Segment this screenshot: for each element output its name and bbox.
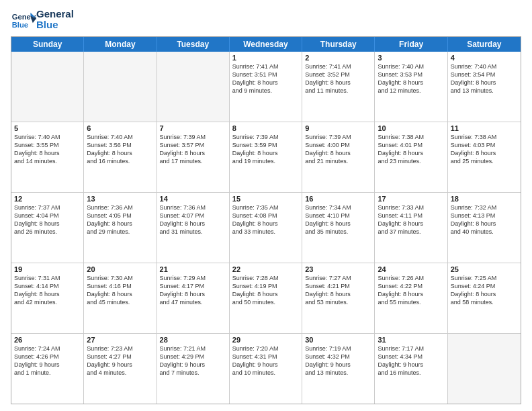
day-cell-7: 7Sunrise: 7:39 AMSunset: 3:57 PMDaylight…: [157, 122, 230, 192]
day-cell-23: 23Sunrise: 7:27 AMSunset: 4:21 PMDayligh…: [302, 263, 375, 333]
day-number: 30: [305, 336, 371, 344]
logo: General Blue General Blue: [11, 7, 74, 32]
calendar-row-1: 5Sunrise: 7:40 AMSunset: 3:55 PMDaylight…: [11, 122, 521, 193]
day-info: and 47 minutes.: [160, 298, 226, 306]
day-cell-2: 2Sunrise: 7:41 AMSunset: 3:52 PMDaylight…: [302, 52, 375, 122]
day-info: Sunrise: 7:23 AM: [87, 345, 153, 353]
page: General Blue General Blue Sunday Monday …: [0, 0, 532, 411]
day-info: and 7 minutes.: [160, 369, 226, 377]
day-info: Sunset: 4:10 PM: [305, 212, 371, 220]
calendar: Sunday Monday Tuesday Wednesday Thursday…: [11, 36, 521, 404]
day-info: Sunrise: 7:41 AM: [305, 62, 371, 71]
day-info: Sunset: 4:08 PM: [232, 212, 299, 220]
day-info: Sunrise: 7:41 AM: [232, 62, 299, 71]
day-info: and 25 minutes.: [451, 157, 518, 165]
day-cell-5: 5Sunrise: 7:40 AMSunset: 3:55 PMDaylight…: [11, 122, 84, 192]
day-number: 28: [160, 336, 226, 344]
day-cell-30: 30Sunrise: 7:19 AMSunset: 4:32 PMDayligh…: [302, 334, 375, 404]
day-info: and 12 minutes.: [378, 87, 444, 95]
day-info: and 42 minutes.: [14, 298, 81, 306]
day-info: Daylight: 8 hours: [305, 149, 371, 157]
header-saturday: Saturday: [448, 37, 521, 52]
day-info: Daylight: 9 hours: [14, 361, 81, 369]
day-info: and 1 minute.: [14, 369, 81, 377]
day-info: and 29 minutes.: [87, 228, 153, 236]
day-info: Daylight: 9 hours: [160, 361, 226, 369]
day-info: Sunset: 4:11 PM: [378, 212, 444, 220]
day-info: Daylight: 9 hours: [378, 361, 444, 369]
day-info: Sunset: 4:07 PM: [160, 212, 226, 220]
day-info: Sunset: 4:03 PM: [451, 141, 518, 149]
day-info: and 33 minutes.: [232, 228, 299, 236]
day-info: Sunset: 4:19 PM: [232, 282, 299, 290]
day-info: and 19 minutes.: [232, 157, 299, 165]
day-number: 19: [14, 265, 81, 273]
day-cell-18: 18Sunrise: 7:32 AMSunset: 4:13 PMDayligh…: [448, 193, 521, 263]
day-info: Sunset: 4:05 PM: [87, 212, 153, 220]
calendar-row-0: 1Sunrise: 7:41 AMSunset: 3:51 PMDaylight…: [11, 52, 521, 122]
day-number: 17: [378, 195, 444, 203]
day-info: and 17 minutes.: [160, 157, 226, 165]
day-number: 13: [87, 195, 153, 203]
header-monday: Monday: [84, 37, 157, 52]
day-info: and 13 minutes.: [451, 87, 518, 95]
header-wednesday: Wednesday: [230, 37, 302, 52]
day-cell-14: 14Sunrise: 7:36 AMSunset: 4:07 PMDayligh…: [157, 193, 230, 263]
day-info: Daylight: 8 hours: [305, 220, 371, 228]
day-info: Sunrise: 7:31 AM: [14, 274, 81, 282]
day-info: Sunset: 4:22 PM: [378, 282, 444, 290]
day-info: Sunrise: 7:38 AM: [378, 133, 444, 141]
day-cell-16: 16Sunrise: 7:34 AMSunset: 4:10 PMDayligh…: [302, 193, 375, 263]
day-info: Daylight: 8 hours: [232, 149, 299, 157]
day-number: 18: [451, 195, 518, 203]
day-info: Daylight: 8 hours: [451, 290, 518, 298]
day-info: Sunset: 4:01 PM: [378, 141, 444, 149]
day-number: 20: [87, 265, 153, 273]
day-cell-15: 15Sunrise: 7:35 AMSunset: 4:08 PMDayligh…: [230, 193, 302, 263]
day-info: Sunset: 3:51 PM: [232, 71, 299, 79]
day-info: Sunset: 4:14 PM: [14, 282, 81, 290]
day-info: Daylight: 9 hours: [87, 361, 153, 369]
day-info: and 31 minutes.: [160, 228, 226, 236]
day-info: and 23 minutes.: [378, 157, 444, 165]
day-cell-22: 22Sunrise: 7:28 AMSunset: 4:19 PMDayligh…: [230, 263, 302, 333]
day-info: Sunset: 4:04 PM: [14, 212, 81, 220]
day-number: 6: [87, 124, 153, 132]
header-sunday: Sunday: [11, 37, 84, 52]
day-number: 29: [232, 336, 299, 344]
day-info: Sunrise: 7:32 AM: [451, 203, 518, 212]
day-info: Daylight: 8 hours: [451, 220, 518, 228]
day-number: 26: [14, 336, 81, 344]
day-info: Sunrise: 7:36 AM: [160, 203, 226, 212]
day-cell-19: 19Sunrise: 7:31 AMSunset: 4:14 PMDayligh…: [11, 263, 84, 333]
day-number: 3: [378, 54, 444, 62]
day-number: 5: [14, 124, 81, 132]
empty-cell: [157, 52, 230, 122]
day-info: Sunrise: 7:19 AM: [305, 345, 371, 353]
day-info: Sunrise: 7:17 AM: [378, 345, 444, 353]
day-info: Daylight: 8 hours: [378, 220, 444, 228]
day-info: Sunrise: 7:39 AM: [232, 133, 299, 141]
day-info: Daylight: 8 hours: [305, 79, 371, 87]
day-number: 31: [378, 336, 444, 344]
day-info: Sunset: 4:32 PM: [305, 353, 371, 361]
day-cell-26: 26Sunrise: 7:24 AMSunset: 4:26 PMDayligh…: [11, 334, 84, 404]
day-info: Daylight: 8 hours: [14, 290, 81, 298]
day-info: Daylight: 8 hours: [87, 290, 153, 298]
day-info: Daylight: 8 hours: [160, 290, 226, 298]
day-info: and 45 minutes.: [87, 298, 153, 306]
day-number: 15: [232, 195, 299, 203]
day-info: Daylight: 8 hours: [160, 220, 226, 228]
day-cell-3: 3Sunrise: 7:40 AMSunset: 3:53 PMDaylight…: [375, 52, 447, 122]
day-info: and 26 minutes.: [14, 228, 81, 236]
day-info: Daylight: 8 hours: [378, 290, 444, 298]
day-info: Daylight: 8 hours: [232, 220, 299, 228]
day-info: Daylight: 8 hours: [378, 149, 444, 157]
day-info: Sunset: 3:55 PM: [14, 141, 81, 149]
day-number: 1: [232, 54, 299, 62]
day-number: 10: [378, 124, 444, 132]
logo-text: General Blue: [36, 9, 74, 31]
day-info: and 58 minutes.: [451, 298, 518, 306]
day-cell-29: 29Sunrise: 7:20 AMSunset: 4:31 PMDayligh…: [230, 334, 302, 404]
day-info: and 50 minutes.: [232, 298, 299, 306]
